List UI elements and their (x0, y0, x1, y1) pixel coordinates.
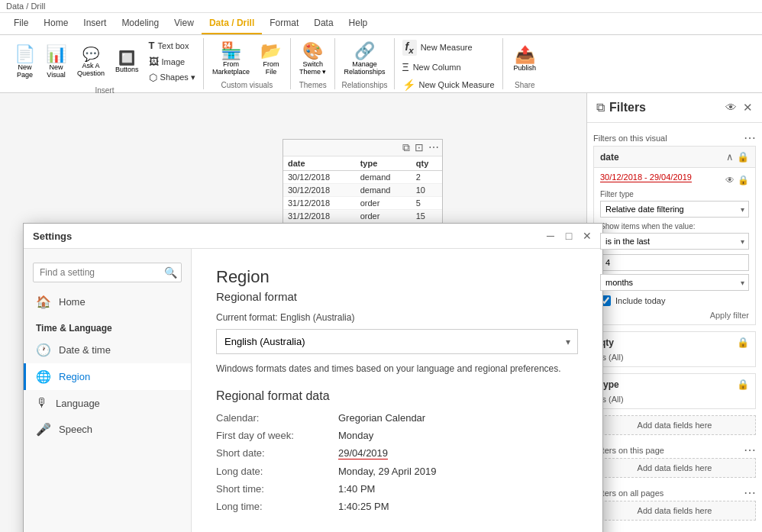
new-page-button[interactable]: 📄 NewPage (11, 42, 39, 82)
filter-icon[interactable]: ⧉ (402, 141, 410, 154)
col-header-date: date (283, 156, 356, 171)
filter-type-label: Filter type (600, 190, 749, 198)
text-box-button[interactable]: TText box (146, 38, 199, 53)
expand-icon[interactable]: ⊡ (415, 141, 424, 154)
tab-home[interactable]: Home (36, 13, 76, 34)
add-fields-all-pages-button[interactable]: Add data fields here (593, 501, 756, 521)
date-filter-eye-icon[interactable]: 👁 (725, 175, 735, 185)
publish-button[interactable]: 📤 Publish (508, 43, 543, 75)
table-row: 31/12/2018order5 (283, 197, 442, 210)
tab-file[interactable]: File (6, 13, 36, 34)
from-file-button[interactable]: 📂 FromFile (257, 39, 286, 79)
sidebar-item-home[interactable]: 🏠 Home (24, 289, 191, 315)
section-time-language: Time & Language (24, 315, 191, 337)
date-filter-body: 30/12/2018 - 29/04/2019 👁 🔒 Filter type … (594, 168, 755, 324)
sidebar-item-region[interactable]: 🌐 Region (24, 363, 191, 390)
type-lock-icon[interactable]: 🔒 (737, 379, 749, 390)
breadcrumb: Data / Drill (0, 0, 762, 13)
filter-type-select[interactable]: Relative date filtering Basic filtering … (600, 201, 749, 218)
date-filter-lock-icon[interactable]: 🔒 (738, 175, 749, 185)
sidebar-item-speech[interactable]: 🎤 Speech (24, 416, 191, 443)
speech-icon: 🎤 (36, 422, 51, 437)
table-row: 31/12/2018order15 (283, 210, 442, 223)
new-measure-button[interactable]: fx New Measure (399, 38, 498, 57)
relationships-group-label: Relationships (340, 81, 389, 89)
visual-section-label: Filters on this visual (593, 134, 667, 143)
show-items-label: Show items when the value: (600, 222, 749, 231)
tab-view[interactable]: View (166, 13, 202, 34)
regional-format-subtitle: Regional format (216, 290, 578, 303)
filters-eye-icon[interactable]: 👁 (725, 101, 737, 114)
filters-close-icon[interactable]: ✕ (743, 101, 753, 114)
tab-data-drill[interactable]: Data / Drill (202, 13, 262, 34)
close-button[interactable]: ✕ (581, 230, 593, 242)
ribbon-group-insert: 📄 NewPage 📊 NewVisual 💬 Ask AQuestion 🔲 … (6, 38, 204, 89)
new-column-button[interactable]: Ξ New Column (399, 60, 498, 75)
qty-filter-value: is (All) (594, 353, 755, 366)
tab-help[interactable]: Help (341, 13, 376, 34)
data-table: date type qty 30/12/2018demand2 30/12/20… (283, 156, 442, 223)
filters-header: ⧉ Filters 👁 ✕ (587, 93, 762, 123)
collapse-icon[interactable]: ∧ (726, 151, 734, 163)
tab-format[interactable]: Format (262, 13, 306, 34)
settings-body: 🔍 🏠 Home Time & Language 🕐 Date & time 🌐… (24, 249, 602, 532)
apply-filter-button[interactable]: Apply filter (600, 311, 749, 320)
home-icon: 🏠 (36, 295, 51, 309)
current-format-text: Current format: English (Australia) (216, 312, 578, 323)
format-select-wrapper: English (Australia) English (United Stat… (216, 329, 578, 354)
tab-data[interactable]: Data (306, 13, 341, 34)
minimize-button[interactable]: ─ (544, 230, 557, 242)
date-filter-title: date (600, 152, 619, 163)
ribbon-toolbar: 📄 NewPage 📊 NewVisual 💬 Ask AQuestion 🔲 … (0, 35, 762, 93)
regional-format-data-title: Regional format data (216, 389, 578, 403)
more-options-icon[interactable]: ⋯ (428, 141, 439, 154)
all-pages-section-dots[interactable]: ⋯ (744, 485, 756, 500)
language-icon: 🎙 (36, 396, 48, 410)
qty-lock-icon[interactable]: 🔒 (737, 337, 749, 348)
manage-relationships-button[interactable]: 🔗 ManageRelationships (340, 39, 389, 79)
format-row-long-time: Long time: 1:40:25 PM (216, 501, 578, 512)
sidebar-item-language[interactable]: 🎙 Language (24, 390, 191, 416)
tab-modeling[interactable]: Modeling (114, 13, 166, 34)
image-button[interactable]: 🖼Image (146, 54, 199, 69)
settings-window-title: Settings (33, 231, 72, 242)
add-fields-page-button[interactable]: Add data fields here (593, 458, 756, 478)
lock-icon[interactable]: 🔒 (737, 151, 749, 163)
filter-funnel-icon: ⧉ (596, 101, 605, 114)
ask-question-button[interactable]: 💬 Ask AQuestion (73, 44, 108, 80)
tab-insert[interactable]: Insert (76, 13, 114, 34)
period-select[interactable]: months days weeks years (600, 274, 749, 291)
clock-icon: 🕐 (36, 343, 51, 357)
format-data-table: Calendar: Gregorian Calendar First day o… (216, 412, 578, 512)
visual-section-dots[interactable]: ⋯ (744, 131, 756, 145)
format-row-short-time: Short time: 1:40 PM (216, 483, 578, 495)
globe-icon: 🌐 (36, 369, 51, 384)
shapes-button[interactable]: ⬡Shapes ▾ (146, 70, 199, 85)
maximize-button[interactable]: □ (563, 230, 575, 242)
page-section-dots[interactable]: ⋯ (744, 443, 756, 457)
sidebar-item-date-time[interactable]: 🕐 Date & time (24, 337, 191, 363)
format-select[interactable]: English (Australia) English (United Stat… (216, 329, 578, 354)
format-description: Windows formats dates and times based on… (216, 363, 578, 374)
qty-filter-card: qty 🔒 is (All) (593, 331, 756, 367)
quick-measure-button[interactable]: ⚡ New Quick Measure (399, 77, 498, 92)
filters-body: Filters on this visual ⋯ date ∧ 🔒 30/12/… (587, 123, 762, 532)
format-row-first-day: First day of week: Monday (216, 430, 578, 441)
table-row: 30/12/2018demand10 (283, 184, 442, 197)
all-pages-section-label: Filters on all pages (593, 488, 664, 498)
settings-window: Settings ─ □ ✕ 🔍 🏠 Home (23, 223, 603, 532)
type-filter-value: is (All) (594, 395, 755, 408)
search-icon: 🔍 (164, 266, 177, 279)
ribbon-group-custom-visuals: 🏪 FromMarketplace 📂 FromFile Custom visu… (204, 38, 291, 89)
settings-content: Region Regional format Current format: E… (192, 249, 602, 532)
search-input[interactable] (33, 263, 182, 282)
themes-group-label: Themes (295, 81, 331, 89)
value-input[interactable] (600, 254, 749, 271)
date-filter-card: date ∧ 🔒 30/12/2018 - 29/04/2019 👁 🔒 (593, 146, 756, 325)
add-fields-visual-button[interactable]: Add data fields here (593, 415, 756, 435)
from-marketplace-button[interactable]: 🏪 FromMarketplace (208, 39, 253, 79)
new-visual-button[interactable]: 📊 NewVisual (42, 42, 70, 82)
condition-select[interactable]: is in the last is in this is in the next (600, 233, 749, 250)
switch-theme-button[interactable]: 🎨 SwitchTheme ▾ (295, 39, 331, 79)
buttons-button[interactable]: 🔲 Buttons (111, 47, 143, 76)
